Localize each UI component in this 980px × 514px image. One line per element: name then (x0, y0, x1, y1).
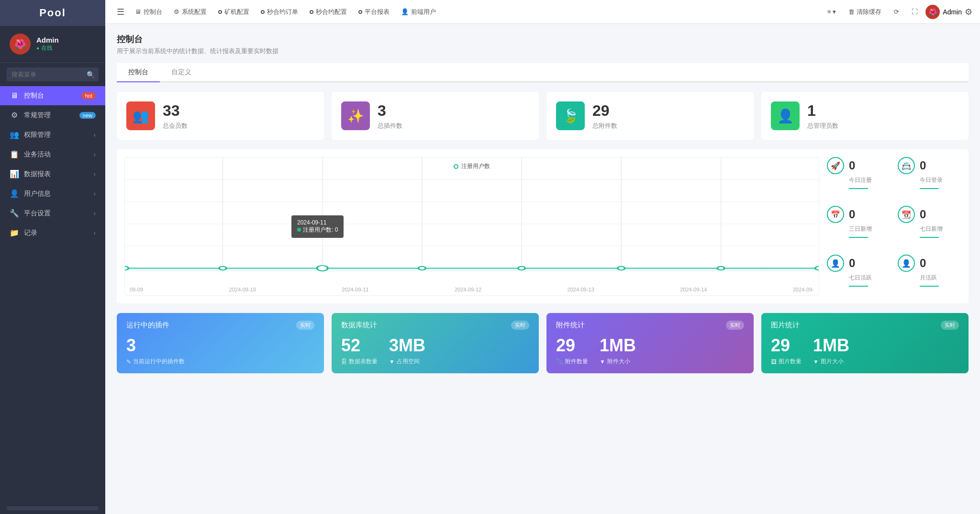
today-reg-label: 今日注册 (827, 176, 890, 184)
data-icon: 📊 (10, 169, 19, 179)
chevron-icon: ‹ (94, 190, 96, 197)
svg-marker-11 (125, 268, 819, 272)
side-stat-seven-day-new: 📆 0 七日新增 (898, 206, 961, 247)
attachments-label: 总附件数 (592, 122, 617, 130)
card-header: 附件统计 实时 (556, 321, 744, 330)
more-button[interactable]: ≡ ▾ (823, 5, 841, 18)
refresh-button[interactable]: ⟳ (889, 5, 904, 18)
filter-icon: ▼ (600, 358, 605, 365)
login-icon: 📇 (898, 157, 915, 174)
business-icon: 📋 (10, 150, 19, 159)
userinfo-icon: 👤 (10, 189, 19, 198)
search-input[interactable] (7, 67, 99, 81)
topnav-platform-report-label: 平台报表 (365, 8, 390, 16)
username: Admin (36, 36, 59, 44)
admin-menu[interactable]: 🌺 Admin (925, 5, 962, 19)
sidebar-item-userinfo[interactable]: 👤 用户信息 ‹ (0, 184, 105, 203)
dashboard-nav-icon: 🖥 (135, 8, 141, 15)
attachments-icon: 🍃 (556, 101, 585, 130)
svg-point-15 (418, 267, 425, 270)
tab-custom[interactable]: 自定义 (160, 63, 203, 82)
chevron-icon: ‹ (94, 210, 96, 217)
clear-cache-button[interactable]: 🗑 清除缓存 (844, 5, 886, 19)
tab-dashboard[interactable]: 控制台 (117, 63, 160, 82)
page-description: 用于展示当前系统中的统计数据、统计报表及重要实时数据 (117, 47, 969, 56)
seven-day-new-label: 七日新增 (898, 225, 961, 233)
sidebar-item-record[interactable]: 📁 记录 ‹ (0, 223, 105, 243)
topnav-miner[interactable]: 矿机配置 (213, 5, 254, 19)
gear-icon: ⚙ (10, 111, 19, 120)
xaxis-label: 2024-09-14 (680, 287, 707, 292)
topnav-flash-config[interactable]: 秒合约配置 (305, 5, 352, 19)
topnav-flash-order[interactable]: 秒合约订单 (256, 5, 303, 19)
rocket-icon: 🚀 (827, 157, 844, 174)
fullscreen-button[interactable]: ⛶ (907, 5, 923, 18)
card-header: 数据库统计 实时 (341, 321, 529, 330)
permission-icon: 👥 (10, 130, 19, 139)
sidebar-user: 🌺 Admin 在线 (0, 26, 105, 63)
db-icon: 🗄 (341, 358, 347, 365)
bottom-card-attachments: 附件统计 实时 29 📎 附件数量 1MB ▼ (546, 313, 754, 373)
user-status: 在线 (36, 44, 59, 52)
side-stat-seven-day-active: 👤 0 七日活跃 (827, 255, 890, 296)
image-icon: 🖼 (771, 358, 777, 365)
month-active-count: 0 (920, 257, 926, 270)
hot-badge: hot (82, 92, 96, 99)
sidebar-item-label: 用户信息 (24, 190, 89, 198)
members-label: 总会员数 (163, 122, 188, 130)
admin-label: Admin (943, 8, 962, 16)
svg-point-13 (219, 267, 226, 270)
topnav-miner-label: 矿机配置 (224, 8, 249, 16)
dashboard-icon: 🖥 (10, 91, 19, 100)
xaxis-label: 2024-09-11 (342, 287, 368, 292)
attachment-count-label: 📎 附件数量 (556, 358, 588, 366)
sidebar-item-platform[interactable]: 🔧 平台设置 ‹ (0, 203, 105, 223)
admins-count: 1 (807, 102, 838, 120)
avatar: 🌺 (10, 34, 31, 55)
bottom-card-db: 数据库统计 实时 52 🗄 数据表数量 3MB ▼ (332, 313, 539, 373)
realtime-badge: 实时 (941, 321, 959, 330)
topnav-sysconfig[interactable]: ⚙ 系统配置 (169, 5, 212, 19)
sidebar-item-dashboard[interactable]: 🖥 控制台 hot (0, 86, 105, 105)
attachment-size: 1MB (600, 335, 636, 356)
chevron-icon: ‹ (94, 171, 96, 178)
sidebar-item-data[interactable]: 📊 数据报表 ‹ (0, 164, 105, 184)
db-tables-count: 52 (341, 335, 378, 356)
three-day-count: 0 (849, 208, 855, 221)
new-badge: new (79, 112, 96, 119)
sidebar-item-label: 控制台 (24, 91, 77, 100)
svg-point-19 (815, 267, 819, 270)
xaxis-label: 09-09 (130, 287, 143, 292)
seven-day-new-count: 0 (920, 208, 926, 221)
svg-point-17 (618, 267, 625, 270)
topnav-flash-config-label: 秒合约配置 (316, 8, 347, 16)
sidebar-item-label: 数据报表 (24, 170, 89, 179)
topnav: ☰ 🖥 控制台 ⚙ 系统配置 矿机配置 秒合约订单 秒合约配置 平台报表 👤 前… (105, 0, 980, 24)
chart-area: 注册用户数 (124, 157, 819, 296)
filter-icon: ▼ (813, 358, 819, 365)
db-size-label: ▼ 占用空间 (389, 358, 425, 366)
sidebar-item-general[interactable]: ⚙ 常规管理 new (0, 105, 105, 125)
attachment-size-label: ▼ 附件大小 (600, 358, 636, 366)
realtime-badge: 实时 (296, 321, 314, 330)
topnav-dashboard[interactable]: 🖥 控制台 (130, 5, 167, 19)
sidebar-item-business[interactable]: 📋 业务活动 ‹ (0, 145, 105, 164)
stat-card-attachments: 🍃 29 总附件数 (546, 92, 754, 140)
month-active-label: 月活跃 (898, 274, 961, 282)
sidebar-item-permission[interactable]: 👥 权限管理 ‹ (0, 125, 105, 145)
plugins-icon: ✨ (341, 101, 370, 130)
user-month-icon: 👤 (898, 255, 915, 272)
side-stats: 🚀 0 今日注册 📇 0 今日登录 📅 (827, 157, 961, 296)
card-title: 数据库统计 (341, 321, 377, 330)
topnav-frontend-user[interactable]: 👤 前端用户 (396, 5, 441, 19)
topnav-platform-report[interactable]: 平台报表 (354, 5, 394, 19)
stat-divider (920, 286, 939, 287)
bottom-cards: 运行中的插件 实时 3 ✎ 当前运行中的插件数 数据库统计 (117, 313, 969, 373)
xaxis-label: 2024-09- (793, 287, 814, 292)
settings-icon[interactable]: ⚙ (965, 7, 972, 17)
stat-card-members: 👥 33 总会员数 (117, 92, 324, 140)
sidebar-scrollbar (7, 506, 99, 510)
bottom-card-plugins: 运行中的插件 实时 3 ✎ 当前运行中的插件数 (117, 313, 324, 373)
hamburger-button[interactable]: ☰ (113, 4, 128, 20)
attachment-icon: 📎 (556, 358, 563, 365)
